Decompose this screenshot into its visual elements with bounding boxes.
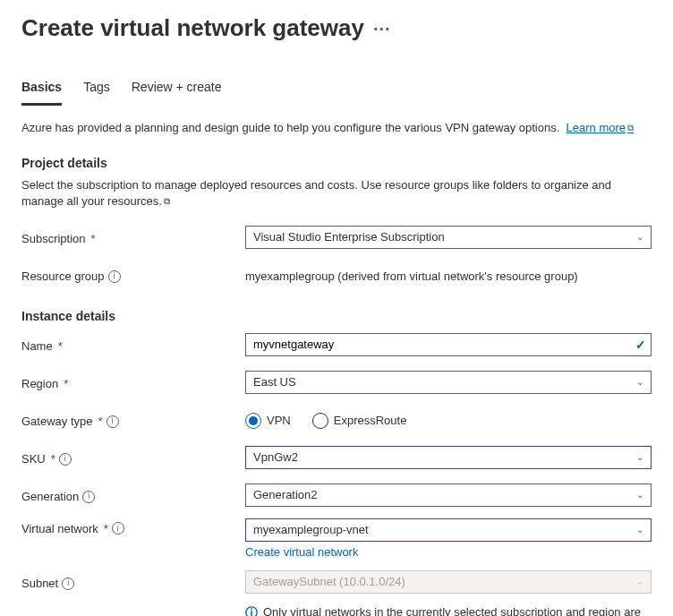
generation-value: Generation2 [253, 488, 318, 501]
required-asterisk: * [58, 339, 63, 353]
chevron-down-icon: ⌄ [636, 490, 643, 500]
subscription-value: Visual Studio Enterprise Subscription [253, 230, 445, 244]
region-select[interactable]: East US ⌄ [245, 371, 652, 394]
chevron-down-icon: ⌄ [636, 377, 643, 387]
external-link-icon: ⧉ [164, 196, 170, 206]
radio-unchecked-icon [312, 413, 328, 429]
sku-select[interactable]: VpnGw2 ⌄ [245, 446, 652, 469]
radio-checked-icon [245, 413, 261, 429]
create-virtual-network-link[interactable]: Create virtual network [245, 545, 358, 559]
resource-group-label: Resource group [21, 270, 105, 283]
gateway-type-expressroute-radio[interactable]: ExpressRoute [312, 413, 407, 429]
gateway-type-vpn-label: VPN [267, 414, 291, 427]
required-asterisk: * [64, 377, 68, 390]
chevron-down-icon: ⌄ [636, 232, 643, 242]
page-title: Create virtual network gateway [21, 14, 364, 42]
tab-review-create[interactable]: Review + create [132, 74, 222, 106]
required-asterisk: * [51, 452, 55, 466]
resource-group-value: myexamplegroup (derived from virtual net… [245, 266, 652, 283]
generation-label: Generation [21, 490, 79, 503]
tab-tags[interactable]: Tags [83, 74, 110, 106]
chevron-down-icon: ⌄ [636, 577, 643, 586]
generation-select[interactable]: Generation2 ⌄ [245, 483, 652, 507]
sku-label: SKU [21, 452, 46, 466]
project-details-heading: Project details [21, 156, 652, 170]
name-input[interactable] [245, 333, 652, 356]
region-value: East US [253, 375, 296, 389]
name-label: Name [21, 339, 53, 353]
project-details-desc: Select the subscription to manage deploy… [21, 178, 611, 208]
check-icon: ✓ [635, 338, 646, 352]
learn-more-link[interactable]: Learn more⧉ [567, 121, 634, 134]
sku-value: VpnGw2 [253, 450, 298, 464]
virtual-network-select[interactable]: myexamplegroup-vnet ⌄ [245, 518, 652, 542]
info-icon[interactable]: i [62, 578, 74, 590]
subscription-label: Subscription [21, 232, 86, 245]
more-menu-icon[interactable]: ··· [373, 20, 391, 38]
info-icon[interactable]: i [108, 270, 121, 283]
subnet-value: GatewaySubnet (10.0.1.0/24) [253, 575, 405, 588]
external-link-icon: ⧉ [627, 123, 634, 133]
vnet-hint-text: Only virtual networks in the currently s… [263, 605, 652, 616]
required-asterisk: * [98, 415, 103, 428]
info-solid-icon: ⓘ [245, 605, 258, 616]
required-asterisk: * [91, 232, 96, 245]
chevron-down-icon: ⌄ [636, 525, 643, 535]
subscription-select[interactable]: Visual Studio Enterprise Subscription ⌄ [245, 226, 652, 249]
tab-basics[interactable]: Basics [21, 74, 62, 106]
region-label: Region [21, 377, 58, 390]
virtual-network-label: Virtual network [21, 522, 98, 535]
gateway-type-vpn-radio[interactable]: VPN [245, 413, 291, 429]
info-icon[interactable]: i [112, 522, 124, 535]
instance-details-heading: Instance details [21, 309, 652, 323]
intro-text: Azure has provided a planning and design… [21, 121, 559, 134]
chevron-down-icon: ⌄ [636, 452, 643, 462]
required-asterisk: * [104, 522, 108, 535]
info-icon[interactable]: i [59, 453, 72, 466]
gateway-type-er-label: ExpressRoute [334, 414, 407, 427]
info-icon[interactable]: i [106, 415, 119, 428]
gateway-type-label: Gateway type [21, 415, 93, 428]
virtual-network-value: myexamplegroup-vnet [253, 523, 369, 536]
subnet-label: Subnet [21, 577, 58, 590]
info-icon[interactable]: i [82, 491, 95, 503]
subnet-select: GatewaySubnet (10.0.1.0/24) ⌄ [245, 570, 652, 594]
